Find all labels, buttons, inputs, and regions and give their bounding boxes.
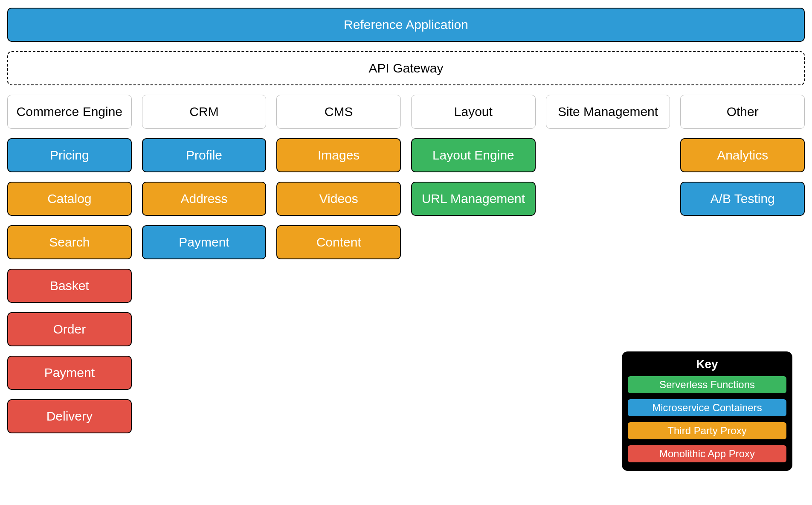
api-gateway-banner: API Gateway	[7, 51, 805, 85]
legend-item-microservice: Microservice Containers	[627, 398, 787, 417]
block-ab-testing: A/B Testing	[680, 182, 805, 216]
block-label: Payment	[44, 366, 95, 380]
api-gateway-label: API Gateway	[368, 61, 443, 75]
block-label: Payment	[179, 235, 229, 250]
block-payment-method: Payment	[142, 225, 267, 259]
block-url-management: URL Management	[411, 182, 536, 216]
block-basket: Basket	[7, 269, 132, 303]
column-header-label: Site Management	[558, 104, 658, 119]
column-header-site-management: Site Management	[546, 95, 670, 129]
block-label: Profile	[186, 148, 222, 163]
block-label: Videos	[319, 192, 358, 206]
column-cms: CMS Images Videos Content	[276, 95, 401, 433]
block-content: Content	[276, 225, 401, 259]
legend-item-label: Third Party Proxy	[667, 425, 746, 437]
block-catalog: Catalog	[7, 182, 132, 216]
column-header-other: Other	[680, 95, 805, 129]
reference-application-banner: Reference Application	[7, 8, 805, 42]
column-crm: CRM Profile Address Payment	[142, 95, 267, 433]
block-payment: Payment	[7, 356, 132, 390]
column-header-label: CRM	[189, 104, 218, 119]
legend-title: Key	[627, 357, 787, 371]
column-header-cms: CMS	[276, 95, 401, 129]
column-commerce-engine: Commerce Engine Pricing Catalog Search B…	[7, 95, 132, 433]
block-label: Basket	[50, 279, 89, 293]
block-images: Images	[276, 138, 401, 172]
block-order: Order	[7, 312, 132, 346]
block-label: Pricing	[50, 148, 89, 163]
column-header-label: Commerce Engine	[17, 104, 122, 119]
block-videos: Videos	[276, 182, 401, 216]
legend-item-serverless: Serverless Functions	[627, 375, 787, 394]
legend-item-label: Microservice Containers	[652, 402, 762, 414]
column-header-layout: Layout	[411, 95, 536, 129]
column-layout: Layout Layout Engine URL Management	[411, 95, 536, 433]
block-label: Catalog	[47, 192, 91, 206]
block-analytics: Analytics	[680, 138, 805, 172]
legend-item-label: Serverless Functions	[659, 379, 755, 391]
block-delivery: Delivery	[7, 399, 132, 433]
block-label: URL Management	[422, 192, 525, 206]
legend-item-third-party: Third Party Proxy	[627, 421, 787, 440]
block-label: Images	[318, 148, 360, 163]
column-header-commerce-engine: Commerce Engine	[7, 95, 132, 129]
block-label: Layout Engine	[432, 148, 514, 163]
block-pricing: Pricing	[7, 138, 132, 172]
column-header-label: CMS	[325, 104, 353, 119]
column-header-crm: CRM	[142, 95, 267, 129]
block-label: A/B Testing	[710, 192, 775, 206]
block-label: Order	[53, 322, 86, 337]
block-search: Search	[7, 225, 132, 259]
reference-application-label: Reference Application	[344, 17, 468, 32]
block-profile: Profile	[142, 138, 267, 172]
block-label: Address	[180, 192, 227, 206]
block-label: Analytics	[717, 148, 768, 163]
legend-item-label: Monolithic App Proxy	[659, 448, 755, 460]
legend-panel: Key Serverless Functions Microservice Co…	[622, 351, 792, 471]
block-layout-engine: Layout Engine	[411, 138, 536, 172]
column-header-label: Layout	[454, 104, 493, 119]
column-header-label: Other	[727, 104, 759, 119]
legend-item-monolithic: Monolithic App Proxy	[627, 444, 787, 463]
block-label: Search	[49, 235, 90, 250]
block-address: Address	[142, 182, 267, 216]
block-label: Content	[316, 235, 361, 250]
block-label: Delivery	[46, 409, 93, 424]
